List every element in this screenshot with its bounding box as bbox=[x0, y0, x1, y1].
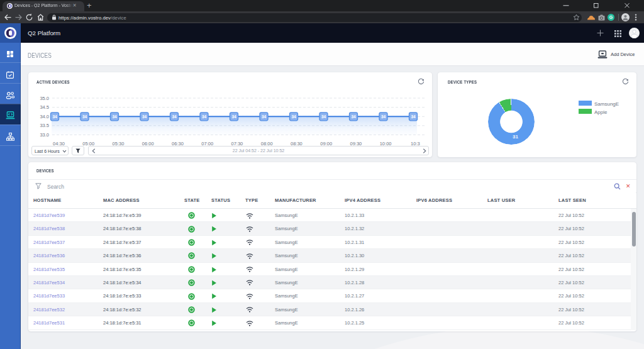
svg-text:35.0: 35.0 bbox=[40, 96, 49, 101]
svg-text:34.0: 34.0 bbox=[40, 114, 49, 119]
svg-text:34: 34 bbox=[381, 114, 386, 119]
svg-text:33.0: 33.0 bbox=[40, 132, 49, 138]
svg-text:34: 34 bbox=[52, 114, 57, 119]
svg-text:34: 34 bbox=[291, 114, 296, 119]
svg-text:34: 34 bbox=[321, 114, 326, 119]
svg-text:34: 34 bbox=[172, 114, 177, 119]
svg-text:34: 34 bbox=[351, 114, 356, 119]
svg-text:34: 34 bbox=[112, 114, 117, 119]
svg-text:34: 34 bbox=[142, 114, 147, 119]
svg-text:34: 34 bbox=[231, 114, 236, 119]
svg-text:34: 34 bbox=[202, 114, 207, 119]
svg-text:34: 34 bbox=[262, 114, 267, 119]
svg-text:34: 34 bbox=[82, 114, 87, 119]
svg-text:33.5: 33.5 bbox=[40, 123, 49, 128]
svg-text:34: 34 bbox=[411, 114, 416, 119]
svg-text:34.5: 34.5 bbox=[40, 104, 49, 110]
svg-text:G: G bbox=[609, 15, 613, 19]
